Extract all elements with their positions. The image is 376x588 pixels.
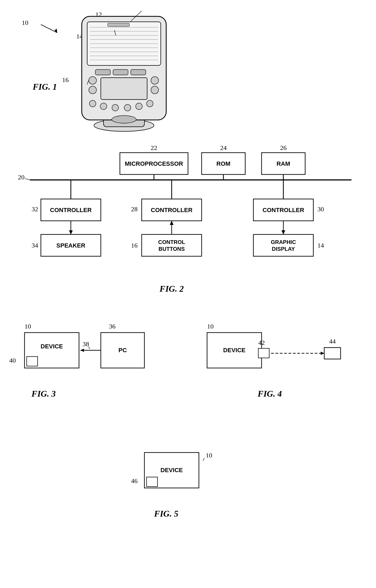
svg-point-24 <box>89 100 96 107</box>
ref-10-fig1: 10 <box>22 19 28 26</box>
svg-point-25 <box>100 103 107 110</box>
svg-line-105 <box>203 458 204 461</box>
ref10-arrow <box>33 19 65 35</box>
svg-text:32: 32 <box>32 206 38 213</box>
svg-text:RAM: RAM <box>277 160 290 167</box>
device-illustration <box>65 8 183 134</box>
patent-drawing-page: 10 12 14 16 <box>0 0 376 588</box>
svg-rect-63 <box>142 234 202 256</box>
fig4-area: DEVICE 10 42 44 FIG. 4 <box>191 316 368 403</box>
svg-text:10: 10 <box>207 323 214 330</box>
svg-text:ROM: ROM <box>216 160 230 167</box>
svg-text:MICROPROCESSOR: MICROPROCESSOR <box>125 160 183 167</box>
svg-rect-94 <box>258 348 269 358</box>
svg-text:GRAPHIC: GRAPHIC <box>271 239 296 245</box>
svg-text:SPEAKER: SPEAKER <box>56 242 85 249</box>
fig1-label: FIG. 1 <box>33 82 57 92</box>
svg-point-26 <box>112 104 119 111</box>
svg-point-23 <box>151 86 159 94</box>
fig5-area: DEVICE 10 46 FIG. 5 <box>109 436 262 540</box>
svg-text:34: 34 <box>32 242 38 249</box>
svg-text:DEVICE: DEVICE <box>223 347 245 354</box>
svg-text:CONTROLLER: CONTROLLER <box>263 207 304 213</box>
svg-rect-15 <box>108 23 129 26</box>
svg-point-22 <box>151 77 159 84</box>
fig4-diagram: DEVICE 10 42 44 FIG. 4 <box>191 316 368 403</box>
fig2-diagram: MICROPROCESSOR ROM RAM 22 24 26 20 <box>16 144 365 297</box>
svg-point-30 <box>112 116 136 123</box>
svg-text:BUTTONS: BUTTONS <box>159 246 185 252</box>
svg-rect-16 <box>95 70 110 75</box>
svg-line-48 <box>25 179 30 180</box>
svg-text:PC: PC <box>119 347 127 354</box>
svg-rect-17 <box>113 70 128 75</box>
svg-text:38: 38 <box>83 340 89 348</box>
svg-text:36: 36 <box>109 323 116 330</box>
svg-text:28: 28 <box>131 206 138 213</box>
svg-point-20 <box>89 86 96 94</box>
svg-text:42: 42 <box>258 339 265 346</box>
svg-marker-72 <box>281 230 285 234</box>
fig1-area: 10 12 14 16 <box>16 5 207 136</box>
svg-text:30: 30 <box>317 206 324 213</box>
svg-text:FIG. 5: FIG. 5 <box>154 509 178 518</box>
svg-text:CONTROLLER: CONTROLLER <box>151 207 193 213</box>
fig5-diagram: DEVICE 10 46 FIG. 5 <box>109 436 262 540</box>
svg-text:24: 24 <box>220 144 227 151</box>
svg-text:46: 46 <box>131 477 138 484</box>
svg-text:FIG. 2: FIG. 2 <box>159 284 184 294</box>
fig3-area: DEVICE PC 10 36 38 40 FIG. 3 <box>8 316 161 403</box>
svg-text:26: 26 <box>280 144 287 151</box>
svg-text:DISPLAY: DISPLAY <box>272 246 295 252</box>
svg-marker-85 <box>80 349 84 352</box>
svg-point-29 <box>147 100 153 107</box>
svg-rect-18 <box>131 70 146 75</box>
svg-line-89 <box>89 347 90 349</box>
svg-text:DEVICE: DEVICE <box>160 467 183 474</box>
svg-text:10: 10 <box>206 452 212 459</box>
svg-marker-53 <box>69 230 73 234</box>
svg-text:22: 22 <box>151 144 157 151</box>
svg-text:10: 10 <box>25 323 31 330</box>
fig2-area: MICROPROCESSOR ROM RAM 22 24 26 20 <box>16 144 365 303</box>
svg-text:CONTROL: CONTROL <box>158 239 185 245</box>
svg-text:FIG. 4: FIG. 4 <box>257 389 282 399</box>
svg-text:DEVICE: DEVICE <box>41 343 63 350</box>
svg-text:CONTROLLER: CONTROLLER <box>50 207 92 213</box>
svg-text:FIG. 3: FIG. 3 <box>31 389 56 399</box>
svg-text:40: 40 <box>9 357 16 364</box>
svg-point-28 <box>136 103 142 110</box>
svg-rect-95 <box>324 348 341 359</box>
svg-text:20: 20 <box>18 174 25 181</box>
svg-text:14: 14 <box>317 242 324 249</box>
svg-marker-97 <box>321 352 324 355</box>
svg-point-27 <box>124 104 131 111</box>
svg-rect-81 <box>27 357 38 366</box>
fig3-diagram: DEVICE PC 10 36 38 40 FIG. 3 <box>8 316 161 403</box>
svg-rect-21 <box>101 78 147 99</box>
svg-line-0 <box>41 25 57 33</box>
svg-text:44: 44 <box>329 338 336 345</box>
svg-marker-62 <box>170 221 174 225</box>
svg-text:16: 16 <box>131 242 138 249</box>
svg-point-19 <box>89 77 96 84</box>
svg-rect-104 <box>147 477 157 487</box>
svg-rect-73 <box>253 234 313 256</box>
